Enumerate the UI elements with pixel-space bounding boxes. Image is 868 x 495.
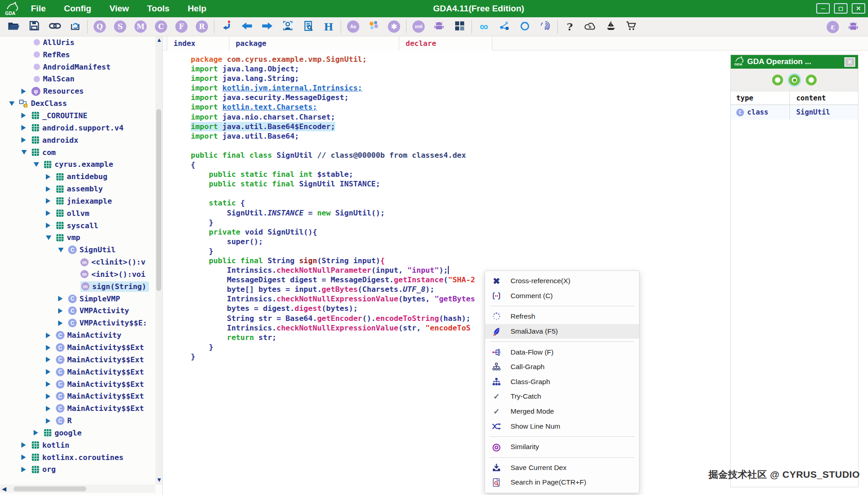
back-icon[interactable] [237,18,257,36]
class-search-icon[interactable]: C [151,18,171,36]
xml-icon[interactable]: xml [408,18,429,36]
code-line[interactable]: import kotlin.text.Charsets; [191,102,475,112]
report-icon[interactable] [298,18,318,36]
sidebar-item-kotlinx-coroutines[interactable]: kotlinx.coroutines [0,451,154,464]
sidebar-item-google[interactable]: google [0,427,154,439]
menu-item-similarity[interactable]: ◎Similarity [485,440,639,455]
theme-colors-icon[interactable] [363,18,384,36]
code-line[interactable]: import java.lang.String; [191,74,475,83]
chevron-down-icon[interactable] [9,101,19,106]
sidebar-item--init-voi[interactable]: m<init>():voi [0,268,154,280]
chevron-right-icon[interactable] [46,174,56,180]
ring-icon[interactable] [515,18,535,36]
menu-item-class-graph[interactable]: Class-Graph [485,375,639,390]
reload-dex-icon[interactable] [65,18,85,36]
hex-view-icon[interactable]: H [318,18,339,36]
menu-view[interactable]: View [109,4,129,14]
sidebar-item-mainactivity-ext[interactable]: CMainActivity$$Ext [0,402,154,415]
chevron-right-icon[interactable] [46,357,56,362]
minimize-button[interactable]: ─ [816,3,830,14]
operation-panel-titlebar[interactable]: GDA GDA Operation ... ✕ [731,55,858,69]
tab-declare[interactable]: declare [399,36,492,50]
code-line[interactable]: return str; [191,333,475,342]
code-line[interactable]: Intrinsics.checkNotNullParameter(input, … [191,265,475,275]
font-icon[interactable]: Aa [343,18,363,36]
code-line[interactable]: static { [191,198,475,208]
scroll-down-icon[interactable]: ▼ [156,476,162,483]
field-search-icon[interactable]: F [171,18,192,36]
sidebar-item-androidmanifest[interactable]: AndroidManifest [0,61,154,73]
sidebar-item-simplevmp[interactable]: CSimpleVMP [0,293,154,305]
sidebar-item-antidebug[interactable]: antidebug [0,170,154,183]
chevron-right-icon[interactable] [46,369,56,375]
close-button[interactable]: ✕ [852,3,865,14]
code-line[interactable]: import kotlin.jvm.internal.Intrinsics; [191,83,475,93]
chevron-right-icon[interactable] [46,418,56,424]
menu-item-save-current-dex[interactable]: Save Current Dex [485,460,639,475]
tab-package[interactable]: package [229,36,399,50]
sidebar-item-mainactivity-ext[interactable]: CMainActivity$$Ext [0,378,154,390]
chevron-down-icon[interactable] [21,150,31,155]
code-line[interactable]: public static final int $stable; [191,170,475,179]
chevron-right-icon[interactable] [58,308,68,314]
chevron-down-icon[interactable] [46,235,56,240]
sidebar-item--coroutine[interactable]: _COROUTINE [0,110,154,122]
sidebar-item-vmpactivity-e-[interactable]: CVMPActivity$$E: [0,317,154,329]
code-line[interactable]: public final class SignUtil // class@000… [191,150,475,160]
chevron-right-icon[interactable] [21,137,31,143]
code-line[interactable]: } [191,218,475,227]
help-icon[interactable]: ? [560,18,580,36]
scroll-left-icon[interactable]: ◀ [2,485,6,492]
sidebar-item-vmpactivity[interactable]: CVMPActivity [0,305,154,317]
code-line[interactable]: } [191,246,475,256]
code-line[interactable]: } [191,342,475,352]
cloud-upload-icon[interactable]: b [580,18,600,36]
menu-tools[interactable]: Tools [147,4,169,14]
code-line[interactable] [191,141,475,150]
method-search-icon[interactable]: M [130,18,151,36]
save-icon[interactable] [24,18,45,36]
menu-item-smalijava-f5-[interactable]: SmaliJava (F5) [485,324,639,339]
sidebar-item-assembly[interactable]: assembly [0,183,154,195]
sidebar-item-cyrus-example[interactable]: cyrus.example [0,158,154,170]
chevron-right-icon[interactable] [46,406,56,411]
chevron-right-icon[interactable] [58,296,68,301]
menu-item-cross-reference-x-[interactable]: ✖Cross-reference(X) [485,274,639,289]
chevron-right-icon[interactable] [21,113,31,118]
operation-table-row[interactable]: CclassSignUtil [731,105,858,120]
code-line[interactable]: import java.util.Base64$Encoder; [191,122,475,131]
sidebar-item-jniexample[interactable]: jniexample [0,195,154,207]
maximize-button[interactable]: ◻ [834,3,848,14]
chevron-down-icon[interactable] [34,162,44,167]
chevron-right-icon[interactable] [21,442,31,448]
apk-android-icon[interactable] [429,18,449,36]
sidebar-item-signutil[interactable]: CSignUtil [0,244,154,256]
tab-index[interactable]: index [167,36,229,50]
forward-icon[interactable] [257,18,278,36]
sidebar-hscrollbar-thumb[interactable] [14,486,86,491]
sidebar-item-mainactivity-ext[interactable]: CMainActivity$$Ext [0,354,154,366]
sidebar-item--clinit-v[interactable]: m<clinit>():v [0,256,154,268]
chevron-right-icon[interactable] [21,125,31,130]
code-line[interactable]: import java.nio.charset.Charset; [191,112,475,122]
query-search-icon[interactable]: Q [89,18,110,36]
code-line[interactable]: { [191,160,475,170]
chevron-right-icon[interactable] [46,345,56,350]
chevron-right-icon[interactable] [58,320,68,326]
sidebar-item-dexclass[interactable]: DexClass [0,97,154,110]
chevron-right-icon[interactable] [46,333,56,338]
sidebar-item-mainactivity-ext[interactable]: CMainActivity$$Ext [0,390,154,402]
sidebar-item-resources[interactable]: φResources [0,85,154,97]
chevron-right-icon[interactable] [21,467,31,472]
status-light-icon[interactable] [772,75,783,85]
sidebar-item-org[interactable]: org [0,464,154,476]
code-line[interactable]: byte[] bytes = input.getBytes(Charsets.U… [191,285,475,294]
chevron-right-icon[interactable] [21,455,31,460]
chevron-right-icon[interactable] [46,223,56,228]
link-icon[interactable] [45,18,65,36]
chevron-right-icon[interactable] [46,210,56,216]
chevron-right-icon[interactable] [46,186,56,192]
sidebar-item-alluris[interactable]: AllUris [0,36,154,49]
chevron-right-icon[interactable] [46,381,56,387]
menu-item-call-graph[interactable]: Call-Graph [485,360,639,375]
